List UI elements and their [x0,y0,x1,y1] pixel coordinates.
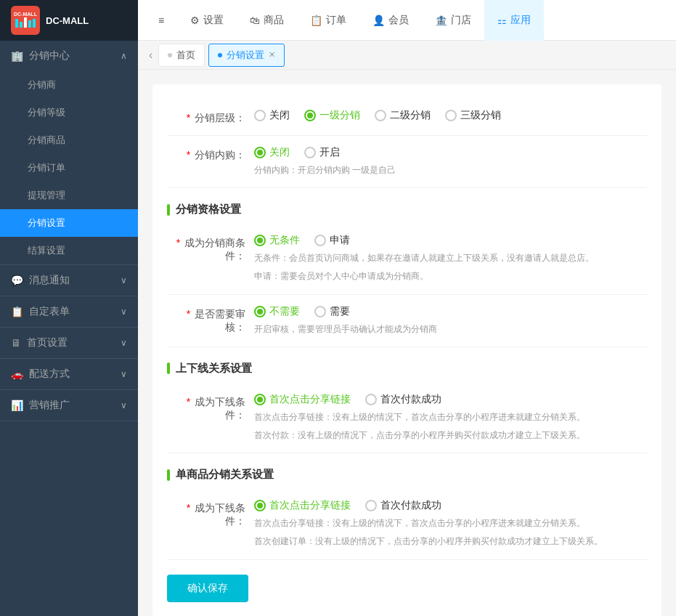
svg-rect-2 [15,19,18,28]
sidebar: DC-MALL DC-MALL 🏢 分销中心 ∧ 分销商 分销等级 分销商品 分… [0,0,138,616]
topnav-product[interactable]: 🛍 商品 [237,0,297,41]
chevron-down-icon-form: ∨ [121,307,127,317]
chevron-down-icon: ∨ [121,275,127,285]
form-label-review-text: 是否需要审核： [195,308,245,333]
section-heading-relation: 上下线关系设置 [167,362,647,376]
form-label-internal: * 分销内购： [167,146,254,162]
required-star-single-downline: * [187,502,190,514]
radio-level-3[interactable]: 三级分销 [445,109,501,122]
topnav-menu[interactable]: ≡ [145,0,177,41]
form-hint-review: 开启审核，需要管理员手动确认才能成为分销商 [254,323,647,336]
tab-home-label: 首页 [176,49,195,62]
form-label-review: * 是否需要审核： [167,305,254,334]
logo-icon: DC-MALL [11,6,40,35]
tab-back-arrow[interactable]: ‹ [149,49,152,62]
topnav-app-label: 应用 [510,14,531,27]
sidebar-group-header-form[interactable]: 📋 自定表单 ∨ [0,296,138,327]
sidebar-group-header-distribute[interactable]: 🏢 分销中心 ∧ [0,41,138,71]
sidebar-item-distribute-product[interactable]: 分销商品 [0,126,138,154]
radio-condition-free[interactable]: 无条件 [254,234,300,247]
sidebar-item-distribute-order[interactable]: 分销订单 [0,154,138,182]
radio-condition-apply[interactable]: 申请 [314,234,350,247]
form-label-single-downline-text: 成为下线条件： [195,502,245,527]
message-icon: 💬 [11,275,23,286]
radio-group-condition: 无条件 申请 [254,234,647,247]
content-area: * 分销层级： 关闭 一级分销 [138,70,676,616]
radio-label-downline-pay: 首次付款成功 [380,393,441,406]
topnav-order-label: 订单 [326,14,346,27]
sidebar-group-message: 💬 消息通知 ∨ [0,265,138,296]
radio-label-3: 三级分销 [460,109,501,122]
topnav-member[interactable]: 👤 会员 [359,0,422,41]
menu-icon: ≡ [158,15,164,26]
form-content-internal: 关闭 开启 分销内购：开启分销内购 一级是自己 [254,146,647,177]
svg-text:DC-MALL: DC-MALL [14,12,38,17]
sidebar-group-header-delivery[interactable]: 🚗 配送方式 ∨ [0,359,138,389]
radio-single-click[interactable]: 首次点击分享链接 [254,499,351,512]
sidebar-item-settlement[interactable]: 结算设置 [0,237,138,264]
radio-group-review: 不需要 需要 [254,305,647,318]
tab-close-icon[interactable]: ✕ [269,50,275,60]
sidebar-item-distributor[interactable]: 分销商 [0,71,138,99]
settings-icon: ⚙ [190,15,200,26]
required-star-downline: * [187,396,190,408]
required-star-internal: * [187,149,190,161]
required-star-level: * [187,112,190,123]
topnav-settings[interactable]: ⚙ 设置 [177,0,237,41]
radio-label-2: 二级分销 [390,109,431,122]
radio-group-level: 关闭 一级分销 二级分销 三级分销 [254,109,647,122]
topnav-store[interactable]: 🏦 门店 [422,0,484,41]
form-label-level-text: 分销层级： [195,112,245,123]
form-label-condition: * 成为分销商条件： [167,234,254,263]
form-row-downline: * 成为下线条件： 首次点击分享链接 首次付款成功 首次点击 [167,383,647,453]
sidebar-item-withdraw[interactable]: 提现管理 [0,182,138,209]
radio-circle-2 [375,110,386,121]
topnav-app[interactable]: ⚏ 应用 [484,0,544,41]
sidebar-item-distribute-level[interactable]: 分销等级 [0,99,138,126]
radio-review-no[interactable]: 不需要 [254,305,300,318]
sidebar-group-header-message[interactable]: 💬 消息通知 ∨ [0,265,138,296]
radio-internal-open[interactable]: 开启 [304,146,340,159]
topnav-member-label: 会员 [388,14,409,27]
radio-circle-downline-pay [365,394,377,405]
form-content-single-downline: 首次点击分享链接 首次付款成功 首次点击分享链接：没有上级的情况下，首次点击分享… [254,499,647,548]
radio-circle-single-pay [365,500,377,511]
product-icon: 🛍 [250,15,260,26]
radio-circle-review-no [254,306,266,317]
sidebar-item-distribute-settings[interactable]: 分销设置 [0,209,138,237]
radio-label-review-yes: 需要 [330,305,350,318]
tab-distribute-dot [218,53,222,57]
save-button[interactable]: 确认保存 [167,575,248,602]
tab-home[interactable]: 首页 [158,44,205,67]
sidebar-group-marketing: 📊 营销推广 ∨ [0,390,138,421]
form-hint-condition-2: 申请：需要会员对个人中心申请成为分销商。 [254,270,647,283]
radio-circle-review-yes [314,306,326,317]
section-heading-qualify: 分销资格设置 [167,203,647,216]
radio-downline-pay[interactable]: 首次付款成功 [365,393,441,406]
order-icon: 📋 [310,15,322,26]
topnav-settings-label: 设置 [203,14,224,27]
radio-review-yes[interactable]: 需要 [314,305,350,318]
app-title: DC-MALL [46,15,89,26]
radio-group-single-downline: 首次点击分享链接 首次付款成功 [254,499,647,512]
marketing-icon: 📊 [11,400,23,411]
radio-single-pay[interactable]: 首次付款成功 [365,499,441,512]
sidebar-group-header-home[interactable]: 🖥 首页设置 ∨ [0,328,138,358]
form-label-downline-text: 成为下线条件： [195,396,245,421]
radio-circle-internal-open [304,147,316,158]
sidebar-group-label-delivery: 配送方式 [29,368,70,381]
sidebar-group-header-marketing[interactable]: 📊 营销推广 ∨ [0,390,138,421]
radio-label-condition-apply: 申请 [330,234,350,247]
radio-level-1[interactable]: 一级分销 [304,109,360,122]
form-label-level: * 分销层级： [167,109,254,125]
tab-distribute-settings[interactable]: 分销设置 ✕ [208,44,285,67]
radio-downline-click[interactable]: 首次点击分享链接 [254,393,351,406]
store-icon: 🏦 [435,15,447,26]
distribute-icon: 🏢 [11,50,23,62]
radio-level-close[interactable]: 关闭 [254,109,290,122]
radio-level-2[interactable]: 二级分销 [375,109,431,122]
topnav-order[interactable]: 📋 订单 [297,0,359,41]
main-container: ≡ ⚙ 设置 🛍 商品 📋 订单 👤 会员 🏦 门店 ⚏ 应用 ‹ [138,0,676,616]
radio-circle-condition-apply [314,235,326,246]
radio-internal-close[interactable]: 关闭 [254,146,290,159]
